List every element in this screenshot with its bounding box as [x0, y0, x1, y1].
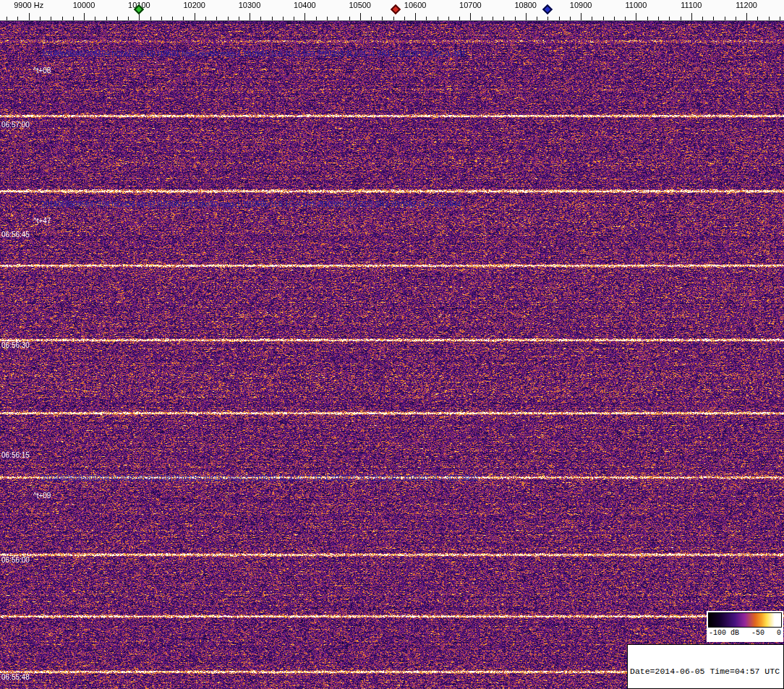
freq-minor-tick [438, 17, 438, 20]
freq-minor-tick [625, 17, 626, 20]
freq-minor-tick [725, 17, 725, 20]
freq-tick-label: 10000 [73, 1, 95, 9]
freq-minor-tick [316, 17, 317, 20]
freq-minor-tick [614, 17, 615, 20]
waterfall-spectrogram-canvas [0, 20, 784, 689]
freq-minor-tick [62, 17, 63, 20]
freq-tick-label: 9900 Hz [14, 1, 43, 9]
freq-minor-tick [327, 17, 328, 20]
freq-minor-tick [404, 17, 405, 20]
freq-minor-tick [283, 17, 284, 20]
spectrogram-app: 9900 Hz100001010010200103001040010500106… [0, 0, 784, 689]
freq-minor-tick [647, 17, 648, 20]
freq-minor-tick [216, 17, 217, 20]
freq-minor-tick [371, 17, 372, 20]
freq-minor-tick [780, 17, 780, 20]
freq-minor-tick [592, 17, 592, 20]
frequency-scale: 9900 Hz100001010010200103001040010500106… [0, 0, 784, 21]
freq-minor-tick [172, 17, 173, 20]
freq-minor-tick [426, 17, 427, 20]
freq-minor-tick [393, 17, 394, 20]
blue-freq-marker-diamond[interactable] [542, 4, 553, 14]
freq-tick-label: 11100 [681, 1, 702, 9]
freq-minor-tick [658, 17, 659, 20]
freq-minor-tick [205, 17, 206, 20]
freq-tick-label: 10800 [514, 1, 537, 9]
colorbar-mid-label: -50 [751, 629, 764, 637]
freq-major-tick [304, 13, 305, 20]
freq-minor-tick [570, 17, 571, 20]
freq-minor-tick [95, 17, 95, 20]
freq-minor-tick [150, 17, 151, 20]
freq-major-tick [360, 13, 361, 20]
freq-minor-tick [603, 17, 604, 20]
freq-tick-label: 10300 [239, 1, 261, 9]
freq-minor-tick [272, 17, 273, 20]
freq-tick-label: 10400 [294, 1, 316, 9]
freq-minor-tick [702, 17, 703, 20]
freq-minor-tick [736, 17, 736, 20]
freq-minor-tick [681, 17, 681, 20]
freq-major-tick [84, 13, 85, 20]
freq-major-tick [470, 13, 471, 20]
freq-major-tick [195, 13, 195, 20]
freq-minor-tick [7, 17, 7, 20]
freq-major-tick [526, 13, 527, 20]
freq-minor-tick [260, 17, 261, 20]
colorbar-legend: -100 dB -50 0 [707, 611, 783, 642]
freq-minor-tick [669, 17, 670, 20]
freq-minor-tick [338, 17, 338, 20]
freq-major-tick [250, 13, 250, 20]
red-freq-marker-diamond[interactable] [391, 4, 401, 14]
freq-minor-tick [537, 17, 537, 20]
freq-minor-tick [448, 17, 449, 20]
freq-minor-tick [493, 17, 493, 20]
freq-minor-tick [40, 17, 41, 20]
freq-minor-tick [228, 17, 229, 20]
freq-minor-tick [239, 17, 239, 20]
freq-minor-tick [713, 17, 714, 20]
freq-minor-tick [128, 17, 129, 20]
freq-tick-label: 10600 [404, 1, 427, 9]
freq-tick-label: 11000 [626, 1, 647, 9]
freq-minor-tick [515, 17, 516, 20]
freq-minor-tick [161, 17, 162, 20]
freq-major-tick [415, 13, 416, 20]
freq-minor-tick [547, 17, 548, 20]
freq-minor-tick [183, 17, 184, 20]
freq-tick-label: 11200 [736, 1, 757, 9]
colorbar-labels: -100 dB -50 0 [708, 628, 782, 637]
colorbar-min-label: -100 dB [709, 629, 739, 637]
freq-major-tick [691, 13, 692, 20]
freq-minor-tick [382, 17, 383, 20]
freq-minor-tick [73, 17, 74, 20]
freq-minor-tick [349, 17, 350, 20]
freq-tick-label: 10500 [349, 1, 371, 9]
freq-minor-tick [482, 17, 482, 20]
freq-minor-tick [51, 17, 51, 20]
freq-minor-tick [559, 17, 560, 20]
freq-minor-tick [294, 17, 294, 20]
freq-tick-label: 10700 [459, 1, 482, 9]
observation-info-box: Date=2014-06-05 Time=04:57 UTC Freq=143 … [627, 644, 784, 689]
info-date-time: Date=2014-06-05 Time=04:57 UTC [630, 667, 783, 677]
freq-minor-tick [459, 17, 460, 20]
freq-major-tick [29, 13, 30, 20]
freq-minor-tick [503, 17, 504, 20]
freq-tick-label: 10200 [183, 1, 205, 9]
freq-major-tick [746, 13, 747, 20]
freq-minor-tick [769, 17, 770, 20]
colorbar-gradient [708, 612, 782, 628]
freq-minor-tick [757, 17, 758, 20]
freq-major-tick [636, 13, 636, 20]
freq-major-tick [581, 13, 581, 20]
freq-minor-tick [17, 17, 18, 20]
freq-minor-tick [117, 17, 118, 20]
colorbar-max-label: 0 [777, 629, 781, 637]
freq-tick-label: 10900 [570, 1, 592, 9]
freq-minor-tick [106, 17, 107, 20]
